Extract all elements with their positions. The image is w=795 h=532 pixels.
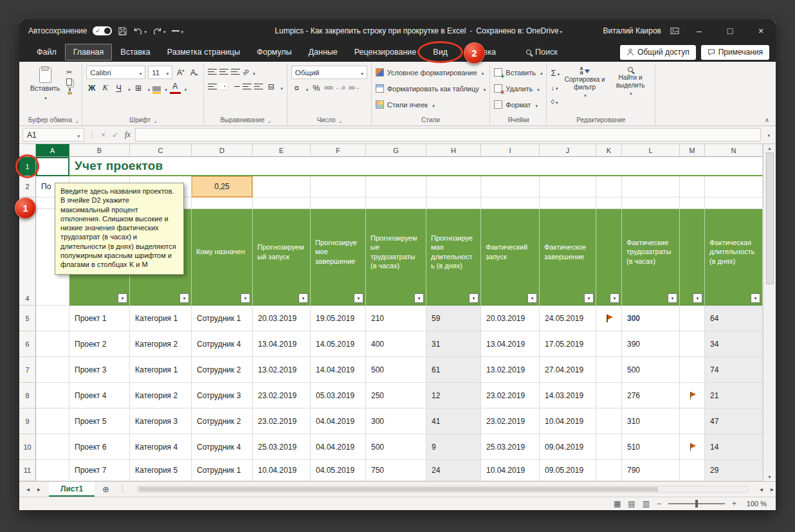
format-as-table-button[interactable]: Форматировать как таблицу <box>376 82 486 95</box>
tab-insert[interactable]: Вставка <box>112 44 158 60</box>
align-middle-icon[interactable] <box>219 69 228 75</box>
conditional-formatting-button[interactable]: Условное форматирование <box>376 66 486 79</box>
cell[interactable]: 23.02.2019 <box>253 383 311 408</box>
column-header[interactable]: D <box>192 144 253 157</box>
filter-button[interactable] <box>584 293 594 303</box>
format-painter-icon[interactable] <box>66 88 73 95</box>
cell[interactable]: Проект 6 <box>69 434 130 460</box>
cell[interactable]: Проект 1 <box>69 306 130 331</box>
cell[interactable]: Сотрудник 3 <box>192 383 253 408</box>
table-header-cell[interactable]: Прогнозируемая длительность (в днях) <box>426 209 481 306</box>
horizontal-scrollbar-thumb[interactable] <box>139 487 658 491</box>
redo-icon[interactable] <box>152 26 166 35</box>
cell[interactable]: 20.03.2019 <box>253 306 311 331</box>
tab-data[interactable]: Данные <box>300 44 346 60</box>
cell[interactable] <box>596 408 622 434</box>
borders-icon[interactable]: ⊞ <box>133 82 144 94</box>
cell[interactable]: 61 <box>426 357 481 383</box>
filter-button[interactable] <box>241 293 250 303</box>
scroll-down-icon[interactable]: ▼ <box>767 475 772 479</box>
cell[interactable]: 23.02.2019 <box>253 408 311 434</box>
cell-styles-button[interactable]: Стили ячеек <box>376 98 486 111</box>
row-header[interactable]: 8 <box>19 383 36 408</box>
cell[interactable]: 29 <box>705 460 763 481</box>
cell[interactable]: 25.03.2019 <box>253 434 311 460</box>
table-header-cell[interactable]: Фактический запуск <box>481 209 540 306</box>
align-bottom-icon[interactable] <box>231 69 240 75</box>
cell[interactable] <box>596 331 622 357</box>
clear-button[interactable]: ◊ <box>551 95 560 107</box>
column-header[interactable]: I <box>481 144 540 157</box>
cell[interactable] <box>540 197 596 209</box>
table-header-cell[interactable]: Фактическое завершение <box>540 209 596 306</box>
cell[interactable] <box>622 197 680 209</box>
cell[interactable]: 9 <box>426 434 481 460</box>
column-header[interactable]: E <box>253 144 311 157</box>
cell[interactable]: 10.04.2019 <box>540 408 596 434</box>
table-header-cell[interactable]: Фактические трудозатраты (в часах) <box>622 209 680 306</box>
table-header-cell[interactable]: Фактическая длительность (в днях) <box>705 209 763 306</box>
cell[interactable] <box>36 408 69 434</box>
cell[interactable]: 750 <box>366 460 426 481</box>
cell[interactable]: 276 <box>622 383 680 408</box>
table-header-cell[interactable] <box>596 209 622 306</box>
formula-input[interactable] <box>135 128 762 142</box>
table-header-cell[interactable]: Кому назначен <box>192 209 253 306</box>
maximize-button[interactable]: □ <box>719 19 741 42</box>
cell[interactable]: 21 <box>705 383 763 408</box>
namebox-splitter[interactable]: ⋮ <box>87 131 96 139</box>
decrease-decimal-icon[interactable]: .00→ <box>347 85 360 91</box>
cell[interactable] <box>481 197 540 209</box>
cell[interactable]: 20.03.2019 <box>481 306 540 331</box>
cell[interactable]: Сотрудник 2 <box>192 408 253 434</box>
sort-filter-button[interactable]: АЯ Сортировка и фильтр <box>564 66 605 99</box>
vertical-scrollbar[interactable]: ▲ ▼ <box>763 144 776 481</box>
paste-button[interactable]: Вставить <box>28 66 62 101</box>
tab-page-layout[interactable]: Разметка страницы <box>159 44 248 60</box>
font-size-select[interactable]: 11 <box>148 66 172 79</box>
cell[interactable]: Проект 3 <box>69 357 130 383</box>
shrink-font-button[interactable]: А <box>188 66 199 78</box>
cell[interactable]: 390 <box>622 331 680 357</box>
row-header[interactable]: 2 <box>19 176 36 197</box>
sheet-title-cell[interactable]: Учет проектов <box>69 157 763 176</box>
dialog-launcher-alignment[interactable]: ⌟ <box>268 117 270 124</box>
cell[interactable]: Категория 1 <box>130 306 192 331</box>
filter-button[interactable] <box>527 293 537 303</box>
cell[interactable] <box>192 197 253 209</box>
filter-button[interactable] <box>179 293 189 303</box>
horizontal-scrollbar[interactable] <box>137 486 749 493</box>
grow-font-button[interactable]: А <box>175 66 186 78</box>
filter-button[interactable] <box>298 293 308 303</box>
cell[interactable]: 510 <box>622 434 680 460</box>
cell[interactable]: 500 <box>622 357 680 383</box>
delete-cells-button[interactable]: Удалить <box>494 82 542 95</box>
cell[interactable] <box>596 434 622 460</box>
number-format-select[interactable]: Общий <box>291 66 367 79</box>
cell[interactable]: Категория 5 <box>130 460 192 481</box>
cell[interactable]: 13.02.2019 <box>253 357 311 383</box>
cell[interactable]: 14.04.2019 <box>311 357 366 383</box>
cell[interactable]: 14.05.2019 <box>311 331 366 357</box>
copy-icon[interactable] <box>66 78 72 86</box>
cell[interactable] <box>253 176 311 197</box>
font-color-icon[interactable]: А <box>170 82 181 94</box>
cell-D2[interactable]: 0,25 <box>192 176 253 197</box>
tab-view[interactable]: Вид 2 <box>425 44 456 60</box>
comments-button[interactable]: Примечания <box>701 45 769 60</box>
cell[interactable]: 74 <box>705 357 763 383</box>
cell[interactable] <box>540 176 596 197</box>
format-cells-button[interactable]: Формат <box>494 98 542 111</box>
filter-button[interactable] <box>668 293 677 303</box>
cell[interactable] <box>36 460 69 481</box>
select-all-corner[interactable] <box>19 144 36 157</box>
tab-splitter-icon[interactable]: ⋮ <box>117 485 128 493</box>
italic-button[interactable]: К <box>100 82 111 94</box>
undo-dropdown-icon[interactable] <box>143 26 147 35</box>
cell[interactable]: 24 <box>426 460 481 481</box>
cell[interactable]: 12 <box>426 383 481 408</box>
cell[interactable] <box>366 176 426 197</box>
cell[interactable] <box>622 176 680 197</box>
cell[interactable]: 23.02.2019 <box>481 383 540 408</box>
name-box[interactable]: A1 <box>23 128 84 142</box>
